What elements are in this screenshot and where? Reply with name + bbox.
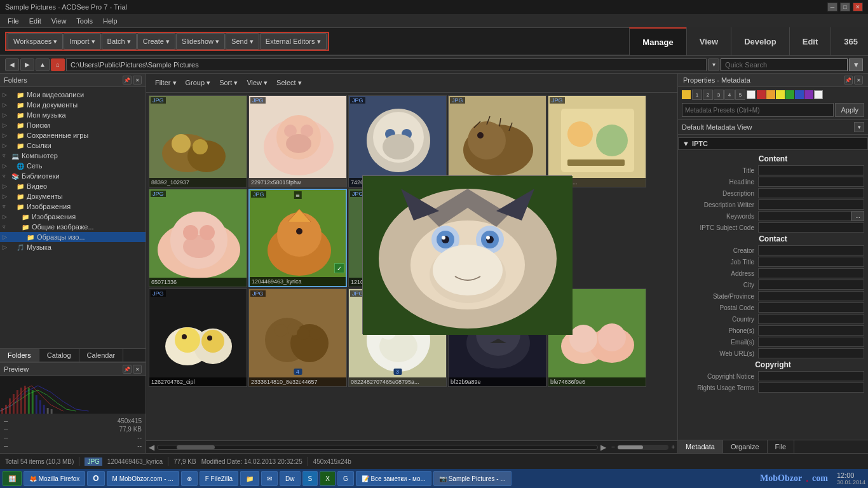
color-swatch-orange[interactable] [766, 90, 775, 99]
tree-item-music[interactable]: ▷ 📁 Моя музыка [0, 110, 146, 120]
gamecenter-button[interactable]: G [337, 471, 354, 486]
thumb-chicks[interactable]: JPG 1262704762_cipl [149, 288, 247, 387]
thumb-husky[interactable]: JPG 742602_ [348, 95, 447, 187]
tree-item-search[interactable]: ▷ 📁 Поиски [0, 120, 146, 130]
color-swatch-green[interactable] [785, 90, 794, 99]
tree-item-video[interactable]: ▷ 📁 Мои видеозаписи [0, 90, 146, 100]
folders-close-button[interactable]: ✕ [133, 76, 142, 85]
color-swatch-white[interactable] [747, 90, 756, 99]
iptc-section-header[interactable]: ▼ IPTC [678, 137, 868, 150]
preview-pin-button[interactable]: 📌 [123, 365, 132, 374]
copyright-notice-field[interactable] [758, 371, 864, 381]
tree-item-musiclib[interactable]: ▷ 🎵 Музыка [0, 242, 146, 252]
properties-pin-button[interactable]: 📌 [844, 76, 853, 85]
apply-button[interactable]: Apply [835, 103, 864, 117]
jobtitle-field[interactable] [758, 257, 864, 267]
headline-field[interactable] [758, 177, 864, 187]
country-field[interactable] [758, 314, 864, 324]
develop-mode-button[interactable]: Develop [731, 27, 789, 55]
color-swatch-white2[interactable] [814, 90, 823, 99]
address-field[interactable] [758, 268, 864, 278]
send-button[interactable]: Send ▾ [226, 33, 259, 50]
manage-mode-button[interactable]: Manage [629, 27, 686, 55]
color-swatch-purple[interactable] [804, 90, 813, 99]
scroll-right-arrow[interactable]: ▶ [600, 443, 606, 452]
keywords-more-button[interactable]: ... [851, 211, 864, 221]
group-button[interactable]: Group ▾ [182, 78, 215, 88]
rating-2-button[interactable]: 2 [703, 90, 713, 100]
nav-up-button[interactable]: ▲ [36, 58, 50, 71]
rating-3-button[interactable]: 3 [714, 90, 724, 100]
start-button[interactable]: 🪟 [3, 471, 22, 486]
tree-item-images2[interactable]: ▷ 📁 Изображения [0, 212, 146, 222]
import-button[interactable]: Import ▾ [64, 33, 100, 50]
rating-5-button[interactable]: 5 [735, 90, 745, 100]
address-bar[interactable]: C:\Users\Public\Pictures\Sample Pictures [66, 58, 707, 71]
firefox-button[interactable]: 🦊 Mozilla Firefox [24, 471, 85, 486]
workspaces-button[interactable]: Workspaces ▾ [8, 33, 63, 50]
tab-folders[interactable]: Folders [0, 349, 39, 362]
tree-item-docs[interactable]: ▷ 📁 Мои документы [0, 100, 146, 110]
opera-button[interactable]: O [87, 471, 104, 486]
maximize-button[interactable]: □ [840, 3, 850, 11]
state-field[interactable] [758, 291, 864, 301]
excel-button[interactable]: X [320, 471, 336, 486]
phone-field[interactable] [758, 325, 864, 336]
keywords-field[interactable] [758, 211, 851, 221]
slideshow-button[interactable]: Slideshow ▾ [176, 33, 225, 50]
dreamweaver-button[interactable]: Dw [280, 471, 300, 486]
edit-mode-button[interactable]: Edit [789, 27, 831, 55]
chrome-button[interactable]: ⊕ [181, 471, 198, 486]
email-field[interactable] [758, 337, 864, 347]
tree-item-public-images[interactable]: ▿ 📁 Общие изображе... [0, 222, 146, 232]
menu-help[interactable]: Help [98, 16, 123, 26]
postal-field[interactable] [758, 302, 864, 313]
tree-item-sample-pictures[interactable]: ▷ 📁 Образцы изо... [0, 232, 146, 242]
view-button[interactable]: View ▾ [243, 78, 271, 88]
color-swatch-blue[interactable] [795, 90, 804, 99]
external-editors-button[interactable]: External Editors ▾ [260, 33, 327, 50]
rating-1-button[interactable]: 1 [692, 90, 702, 100]
city-field[interactable] [758, 280, 864, 290]
filter-button[interactable]: Filter ▾ [151, 78, 180, 88]
view-selector-dropdown[interactable]: ▾ [854, 122, 864, 132]
metadata-preset-input[interactable] [682, 103, 834, 117]
thumb-ducks[interactable]: JPG 88392_102937 [149, 95, 247, 187]
365-mode-button[interactable]: 365 [831, 27, 868, 55]
thumb-big-pig[interactable]: JPG 65071336 [149, 189, 247, 287]
weburl-field[interactable] [758, 348, 864, 358]
tree-item-computer[interactable]: ▿ 💻 Компьютер [0, 151, 146, 161]
sort-button[interactable]: Sort ▾ [215, 78, 241, 88]
tree-item-documents[interactable]: ▷ 📁 Документы [0, 191, 146, 201]
tree-item-games[interactable]: ▷ 📁 Сохраненные игры [0, 130, 146, 140]
acdsee-button[interactable]: 📷 Sample Pictures - ... [433, 471, 512, 486]
tab-file[interactable]: File [768, 440, 795, 453]
skype-button[interactable]: S [302, 471, 318, 486]
scroll-left-arrow[interactable]: ◀ [149, 443, 154, 452]
tree-item-links[interactable]: ▷ 📁 Ссылки [0, 140, 146, 151]
title-field[interactable] [758, 165, 864, 175]
menu-file[interactable]: File [3, 16, 24, 26]
nav-forward-button[interactable]: ▶ [20, 58, 34, 71]
thumb-bears[interactable]: JPG 2333614810_8e32c44657 4 [248, 288, 347, 387]
preview-close-button[interactable]: ✕ [133, 365, 142, 374]
menu-edit[interactable]: Edit [24, 16, 46, 26]
menu-view[interactable]: View [46, 16, 72, 26]
desc-writer-field[interactable] [758, 200, 864, 210]
rights-usage-field[interactable] [758, 383, 864, 393]
nav-back-button[interactable]: ◀ [5, 58, 19, 71]
tree-item-images[interactable]: ▿ 📁 Изображения [0, 201, 146, 212]
thumb-pig[interactable]: JPG 229712x58015fphw [248, 95, 347, 187]
color-swatch-yellow[interactable] [682, 90, 691, 99]
color-swatch-yellow2[interactable] [776, 90, 785, 99]
explorer-button[interactable]: 📁 [240, 471, 259, 486]
subject-code-field[interactable] [758, 222, 864, 233]
nav-home-button[interactable]: ⌂ [51, 58, 65, 71]
menu-tools[interactable]: Tools [71, 16, 98, 26]
zoom-slider-thumb[interactable] [618, 445, 643, 449]
scroll-thumb[interactable] [177, 445, 215, 449]
thumb-hedgehog[interactable]: JPG 11878_0... [448, 95, 546, 187]
thumb-chicken[interactable]: JPG 1204469463_kyrica ✓ ≡ [248, 189, 347, 287]
notes-button[interactable]: 📝 Все заметки - мо... [356, 471, 431, 486]
rating-4-button[interactable]: 4 [724, 90, 735, 100]
